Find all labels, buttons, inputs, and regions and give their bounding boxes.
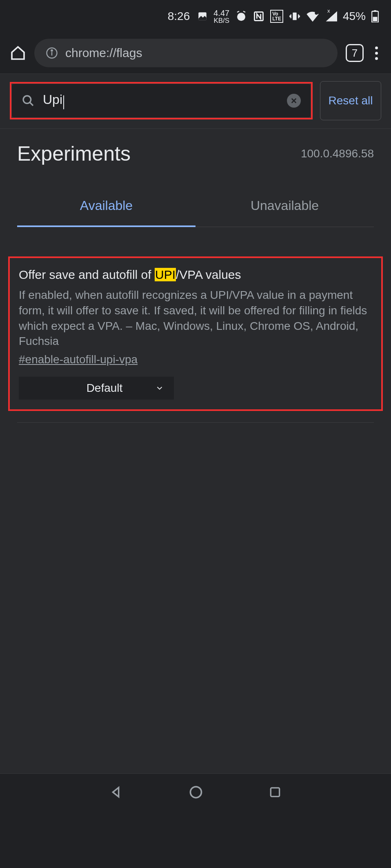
omnibox-url: chrome://flags xyxy=(65,46,142,60)
android-nav-bar xyxy=(0,774,391,811)
chrome-version: 100.0.4896.58 xyxy=(301,147,374,160)
network-speed: 4.47 KB/S xyxy=(213,9,229,24)
flag-title: Offer save and autofill of UPI/VPA value… xyxy=(19,266,372,283)
flag-state-value: Default xyxy=(87,382,123,395)
home-button[interactable] xyxy=(10,45,26,61)
nav-home-button[interactable] xyxy=(189,785,203,800)
search-icon xyxy=(22,94,35,107)
nfc-icon xyxy=(253,11,264,22)
page-title: Experiments xyxy=(17,142,131,166)
browser-toolbar: chrome://flags 7 xyxy=(0,33,391,73)
svg-point-4 xyxy=(315,11,318,15)
search-match-highlight: UPI xyxy=(155,268,176,281)
annotation-search-highlight: Upi xyxy=(10,82,313,119)
svg-rect-6 xyxy=(374,10,376,12)
tab-switcher-button[interactable]: 7 xyxy=(346,44,364,62)
flags-tabs: Available Unavailable xyxy=(17,189,374,227)
svg-line-12 xyxy=(30,102,33,106)
svg-marker-15 xyxy=(113,788,119,797)
nav-back-button[interactable] xyxy=(109,785,123,799)
tab-unavailable[interactable]: Unavailable xyxy=(196,189,374,227)
flag-description: If enabled, when autofill recognizes a U… xyxy=(19,287,372,349)
wifi-icon xyxy=(306,11,319,22)
page-info-icon[interactable] xyxy=(46,47,58,59)
battery-percent: 45% xyxy=(343,10,366,23)
menu-button[interactable] xyxy=(372,46,381,60)
status-time: 8:26 xyxy=(168,10,190,23)
vibrate-icon xyxy=(289,11,300,22)
omnibox[interactable]: chrome://flags xyxy=(34,39,338,67)
flags-search-field[interactable]: Upi xyxy=(11,84,311,118)
tab-available[interactable]: Available xyxy=(17,189,196,227)
svg-rect-3 xyxy=(293,13,296,20)
photo-icon xyxy=(197,11,208,22)
tab-count: 7 xyxy=(352,47,358,60)
reset-all-button[interactable]: Reset all xyxy=(320,81,381,120)
svg-point-11 xyxy=(23,96,31,104)
flag-state-select[interactable]: Default xyxy=(19,377,174,400)
cellular-icon: x xyxy=(325,11,337,22)
alarm-icon xyxy=(235,10,247,22)
svg-point-10 xyxy=(51,50,52,51)
nav-recents-button[interactable] xyxy=(269,786,282,799)
search-input[interactable]: Upi xyxy=(43,92,279,109)
svg-rect-17 xyxy=(271,788,279,797)
clear-search-button[interactable] xyxy=(287,94,301,108)
battery-icon xyxy=(371,10,379,22)
svg-point-16 xyxy=(191,787,202,798)
svg-point-1 xyxy=(237,13,245,21)
text-caret xyxy=(63,95,64,109)
chevron-down-icon xyxy=(155,384,164,393)
flag-hash-link[interactable]: #enable-autofill-upi-vpa xyxy=(19,353,138,366)
svg-rect-7 xyxy=(373,17,378,21)
volte-icon: VoLTE xyxy=(270,10,283,23)
annotation-flag-highlight: Offer save and autofill of UPI/VPA value… xyxy=(8,256,383,411)
android-status-bar: 8:26 4.47 KB/S VoLTE x 45% xyxy=(0,0,391,33)
